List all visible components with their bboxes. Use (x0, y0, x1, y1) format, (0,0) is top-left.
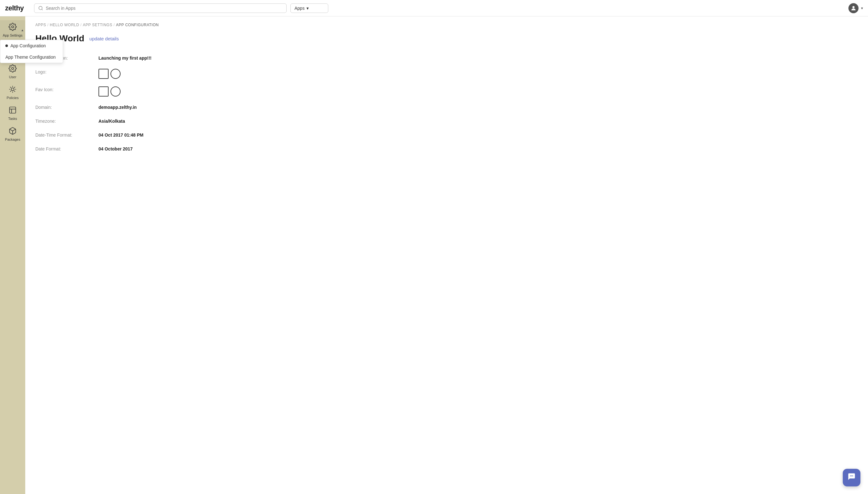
sidebar-item-label-policies: Policies (7, 96, 19, 100)
logo-square-icon (98, 69, 109, 79)
app-settings-icon (8, 23, 17, 32)
search-box[interactable] (34, 3, 287, 13)
dropdown-item-app-theme-configuration[interactable]: App Theme Configuration (0, 52, 63, 63)
breadcrumb-apps[interactable]: APPS (35, 23, 46, 27)
chat-icon (847, 472, 856, 483)
bullet-icon (5, 44, 8, 47)
svg-point-11 (850, 475, 851, 476)
search-icon (38, 6, 43, 11)
breadcrumb-sep-2: / (80, 23, 82, 27)
label-datetime-format: Date-Time Format: (35, 128, 98, 141)
sidebar-item-tasks[interactable]: Tasks (0, 103, 25, 123)
apps-dropdown[interactable]: Apps ▾ (290, 3, 328, 13)
sidebar-item-label-user: User (9, 75, 16, 79)
value-logo (98, 65, 858, 83)
top-nav: zelthy Apps ▾ ▾ (0, 0, 868, 16)
sidebar: App Settings ▲ App Configuration App The… (0, 16, 25, 494)
app-settings-dropdown-menu: App Configuration App Theme Configuratio… (0, 40, 63, 63)
svg-point-0 (39, 6, 42, 10)
value-domain: demoapp.zelthy.in (98, 100, 858, 114)
main-content: APPS / HELLO WORLD / APP SETTINGS / APP … (25, 16, 868, 494)
breadcrumb-sep-3: / (114, 23, 115, 27)
sidebar-item-policies[interactable]: Policies (0, 83, 25, 102)
sidebar-item-label-app-settings: App Settings (3, 34, 22, 37)
chat-widget[interactable] (843, 469, 861, 487)
value-date-format: 04 October 2017 (98, 142, 858, 156)
nav-right: ▾ (848, 3, 863, 13)
label-date-format: Date Format: (35, 142, 98, 155)
sidebar-item-app-settings[interactable]: App Settings ▲ (0, 20, 25, 40)
svg-point-5 (12, 68, 14, 70)
value-app-description: Launching my first app!!! (98, 51, 858, 65)
update-details-link[interactable]: update details (89, 36, 119, 41)
label-domain: Domain: (35, 100, 98, 113)
sidebar-chevron-icon: ▲ (21, 28, 24, 32)
account-chevron-icon[interactable]: ▾ (861, 6, 863, 11)
app-logo: zelthy (5, 4, 30, 12)
logo-circle-icon (110, 69, 121, 79)
breadcrumb-sep-1: / (47, 23, 49, 27)
breadcrumb-current: APP CONFIGURATION (116, 23, 159, 27)
svg-line-1 (42, 9, 43, 10)
value-fav-icon (98, 83, 858, 100)
dropdown-item-label-app-config: App Configuration (11, 43, 46, 48)
sidebar-item-packages[interactable]: Packages (0, 124, 25, 144)
favicon-square-icon (98, 87, 109, 97)
sidebar-item-app-settings-container: App Settings ▲ App Configuration App The… (0, 20, 25, 40)
svg-point-13 (852, 475, 853, 476)
dropdown-item-label-app-theme: App Theme Configuration (5, 55, 56, 60)
sidebar-item-label-tasks: Tasks (8, 117, 17, 120)
title-row: Hello World update details (35, 34, 858, 43)
info-table: App Description: Launching my first app!… (35, 51, 858, 156)
packages-icon (8, 127, 17, 136)
favicon-circle-icon (110, 87, 121, 97)
breadcrumb-app-settings[interactable]: APP SETTINGS (83, 23, 112, 27)
breadcrumb: APPS / HELLO WORLD / APP SETTINGS / APP … (35, 23, 858, 27)
sidebar-item-user[interactable]: User (0, 62, 25, 81)
sidebar-item-label-packages: Packages (5, 137, 20, 141)
chevron-down-icon: ▾ (307, 6, 309, 11)
breadcrumb-hello-world[interactable]: HELLO WORLD (50, 23, 79, 27)
svg-rect-7 (10, 107, 16, 113)
tasks-icon (8, 106, 17, 115)
label-fav-icon: Fav Icon: (35, 83, 98, 95)
value-datetime-format: 04 Oct 2017 01:48 PM (98, 128, 858, 142)
apps-dropdown-label: Apps (295, 6, 304, 11)
avatar[interactable] (848, 3, 858, 13)
label-timezone: Timezone: (35, 114, 98, 127)
policies-icon (8, 85, 17, 95)
svg-point-2 (852, 6, 855, 8)
user-icon (8, 64, 17, 74)
label-logo: Logo: (35, 65, 98, 78)
svg-point-12 (851, 475, 852, 476)
search-input[interactable] (46, 6, 282, 11)
value-timezone: Asia/Kolkata (98, 114, 858, 128)
svg-point-6 (11, 88, 14, 91)
dropdown-item-app-configuration[interactable]: App Configuration (0, 40, 63, 52)
svg-point-3 (12, 26, 14, 28)
